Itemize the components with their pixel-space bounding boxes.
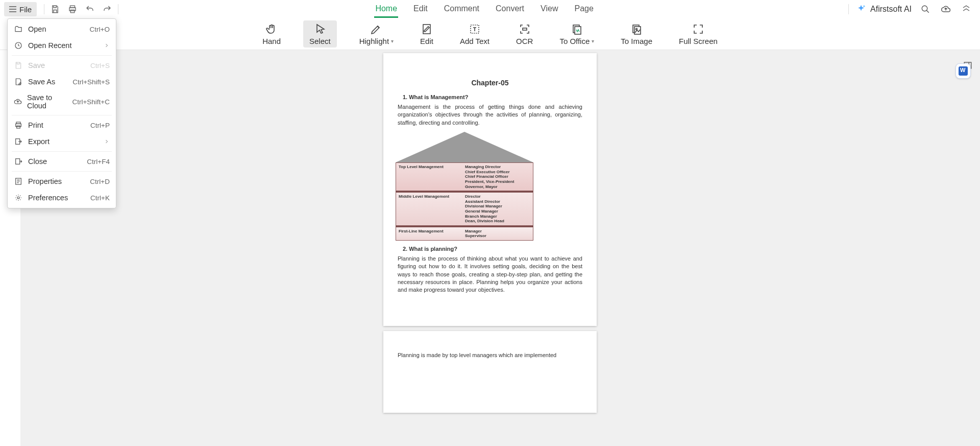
file-label: File [19, 5, 32, 14]
menu-item-preferences[interactable]: Preferences Ctrl+K [8, 190, 116, 206]
save-icon [14, 61, 23, 70]
tab-view[interactable]: View [540, 1, 559, 18]
clock-icon [14, 41, 23, 50]
menu-label: Save [28, 61, 45, 69]
tool-label: Full Screen [679, 37, 718, 45]
ocr-icon [519, 22, 531, 36]
print-icon [14, 121, 23, 130]
svg-rect-5 [423, 25, 430, 34]
svg-rect-2 [70, 10, 75, 13]
cursor-icon [314, 22, 326, 36]
pyramid-level-first-line: First-Line Management Manager Supervisor [396, 227, 533, 241]
menu-shortcut: Ctrl+F4 [87, 158, 110, 166]
menu-item-save-to-cloud[interactable]: Save to Cloud Ctrl+Shift+C [8, 90, 116, 113]
menu-label: Save As [28, 78, 55, 86]
tool-full-screen[interactable]: Full Screen [675, 20, 722, 48]
tool-hand[interactable]: Hand [258, 20, 285, 48]
save-quick-button[interactable] [46, 2, 64, 16]
menu-item-save-as[interactable]: Save As Ctrl+Shift+S [8, 74, 116, 90]
open-folder-icon [14, 25, 23, 34]
paragraph: Planning is made by top level managers w… [398, 351, 582, 359]
floating-actions [955, 63, 971, 79]
properties-icon [14, 177, 23, 186]
tool-label: Edit [420, 37, 433, 45]
menu-label: Print [28, 121, 43, 129]
menu-shortcut: Ctrl+K [90, 194, 110, 202]
svg-rect-19 [16, 159, 20, 165]
document-viewport[interactable]: Chapter-05 1. What is Management? Manage… [0, 50, 980, 446]
close-icon [14, 157, 23, 166]
quick-access-toolbar [42, 2, 120, 16]
file-menu-button[interactable]: File [4, 2, 37, 16]
menu-label: Close [28, 157, 47, 166]
menu-item-close[interactable]: Close Ctrl+F4 [8, 153, 116, 170]
question-2-heading: 2. What is planning? [403, 246, 582, 252]
menu-shortcut: Ctrl+P [90, 122, 110, 129]
highlighter-icon [370, 22, 382, 36]
tool-edit[interactable]: Edit [416, 20, 437, 48]
chapter-heading: Chapter-05 [398, 79, 582, 87]
chevron-down-icon: ▾ [592, 38, 594, 44]
menu-separator [12, 55, 112, 56]
menu-item-open-recent[interactable]: Open Recent [8, 37, 116, 54]
svg-point-3 [863, 6, 865, 7]
tab-comment[interactable]: Comment [443, 1, 480, 18]
collapse-ribbon-button[interactable] [960, 3, 973, 16]
tool-ocr[interactable]: OCR [512, 20, 537, 48]
separator [44, 4, 44, 14]
tab-page[interactable]: Page [573, 1, 594, 18]
edit-page-icon [421, 22, 433, 36]
redo-button[interactable] [99, 2, 116, 16]
hamburger-icon [9, 6, 16, 12]
tool-to-office[interactable]: To Office▾ [555, 20, 598, 48]
cloud-upload-icon [14, 97, 22, 106]
menu-separator [12, 151, 112, 152]
tool-label: To Office [559, 37, 590, 45]
print-quick-button[interactable] [64, 2, 81, 16]
title-bar: File Home Edit Comment Convert View Page [0, 0, 980, 18]
level-values: Director Assistant Director Divisional M… [462, 193, 533, 225]
menu-label: Open [28, 25, 46, 33]
menu-label: Properties [28, 177, 62, 185]
pyramid-level-middle: Middle Level Management Director Assista… [396, 192, 533, 226]
menu-item-export[interactable]: Export [8, 133, 116, 150]
menu-shortcut: Ctrl+Shift+S [72, 78, 110, 86]
menu-label: Export [28, 137, 50, 146]
convert-to-word-badge[interactable] [955, 63, 971, 79]
menu-label: Preferences [28, 194, 68, 202]
menu-label: Save to Cloud [27, 93, 67, 110]
menu-item-print[interactable]: Print Ctrl+P [8, 117, 116, 133]
save-as-icon [14, 77, 23, 86]
tool-label: Highlight [359, 37, 389, 45]
search-button[interactable] [919, 3, 932, 16]
tool-label: Hand [262, 37, 281, 45]
tab-edit[interactable]: Edit [412, 1, 429, 18]
menu-item-save: Save Ctrl+S [8, 57, 116, 74]
menu-separator [12, 171, 112, 172]
menu-item-properties[interactable]: Properties Ctrl+D [8, 173, 116, 190]
ai-assistant-button[interactable]: Afirstsoft AI [856, 4, 912, 14]
undo-button[interactable] [81, 2, 99, 16]
tab-home[interactable]: Home [374, 1, 398, 18]
menu-shortcut: Ctrl+D [90, 178, 110, 185]
sparkle-icon [856, 4, 866, 14]
tab-convert[interactable]: Convert [495, 1, 525, 18]
menu-separator [12, 115, 112, 115]
level-label: Top Level Management [396, 163, 462, 191]
ai-label-text: Afirstsoft AI [870, 5, 912, 14]
tool-select[interactable]: Select [303, 20, 337, 48]
ribbon-toolbar: Hand Select Highlight▾ Edit Add Text OCR… [0, 18, 980, 50]
tool-add-text[interactable]: Add Text [456, 20, 494, 48]
level-values: Managing Director Chief Executive Office… [462, 163, 533, 191]
gear-icon [14, 193, 23, 202]
menu-shortcut: Ctrl+O [90, 26, 110, 33]
tool-highlight[interactable]: Highlight▾ [355, 20, 398, 48]
paragraph: Planning is the process of thinking abou… [398, 255, 582, 294]
svg-point-4 [922, 6, 927, 11]
tool-to-image[interactable]: To Image [617, 20, 656, 48]
level-values: Manager Supervisor [462, 227, 533, 240]
cloud-sync-button[interactable] [939, 3, 952, 16]
chevron-right-icon [104, 42, 110, 49]
menu-item-open[interactable]: Open Ctrl+O [8, 21, 116, 37]
menu-shortcut: Ctrl+Shift+C [72, 98, 110, 106]
